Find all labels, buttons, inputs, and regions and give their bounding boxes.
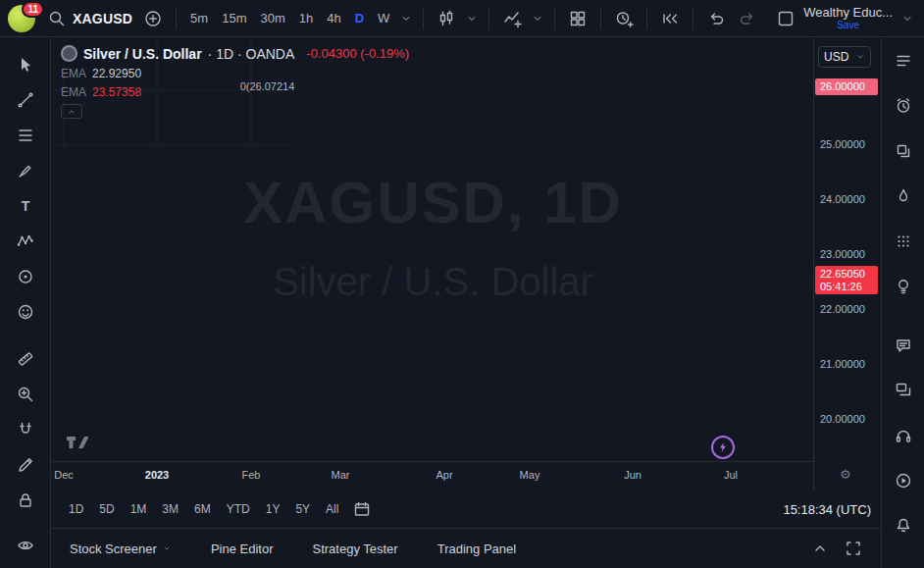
zoom-in-tool-button[interactable] [10,381,41,408]
fib-retracement-icon [16,126,35,145]
chart-style-menu-button[interactable] [463,5,481,32]
notifications-button[interactable] [891,515,916,537]
create-alert-button[interactable] [609,5,639,32]
interval-4h-button[interactable]: 4h [321,8,346,28]
bar-replay-button[interactable] [655,5,685,32]
legend-collapse-button[interactable] [61,104,82,119]
measure-tool-button[interactable] [10,345,41,373]
magnet-icon [16,420,35,439]
toolbar-divider [488,8,489,29]
range-5d-button[interactable]: 5D [92,498,121,520]
cursor-tool-button[interactable] [10,51,41,78]
tutorials-button[interactable] [891,470,916,491]
search-icon [47,9,67,28]
intervals-menu-button[interactable] [397,5,415,32]
tab-trading-panel[interactable]: Trading Panel [437,542,516,556]
bottom-panel: Stock Screener Pine Editor Strategy Test… [52,528,881,568]
tab-pine-editor[interactable]: Pine Editor [211,542,274,556]
ema-indicator-row-2[interactable]: EMA 23.57358 [61,85,409,99]
range-ytd-button[interactable]: YTD [220,498,257,520]
goto-date-button[interactable] [347,495,377,523]
hide-drawings-button[interactable] [10,532,41,559]
chevron-down-icon [531,12,544,26]
panel-expand-button[interactable] [810,539,830,558]
tab-strategy-tester[interactable]: Strategy Tester [312,542,397,556]
hotlists-button[interactable] [891,185,916,207]
alert-clock-icon [614,9,634,28]
drawing-toolbar: T [0,38,51,568]
indicators-menu-button[interactable] [529,5,546,32]
symbol-row[interactable]: Silver / U.S. Dollar · 1D · OANDA -0.043… [61,45,409,62]
ideas-stream-button[interactable] [891,380,916,401]
trend-line-icon [16,90,35,110]
forecast-tool-button[interactable] [10,263,41,290]
ideas-button[interactable] [891,276,916,297]
interval-1h-button[interactable]: 1h [293,8,319,28]
symbol-search-text: XAGUSD [73,11,132,26]
range-all-button[interactable]: All [319,498,345,520]
ema-label: EMA [61,67,86,80]
range-5y-button[interactable]: 5Y [288,498,317,520]
price-axis[interactable]: 26.00000 25.00000 24.00000 23.00000 22.0… [813,38,881,491]
drawing-mode-button[interactable] [10,451,41,479]
eye-icon [16,536,35,555]
interval-30m-button[interactable]: 30m [254,8,290,28]
price-tick: 22.00000 [820,302,865,316]
range-1d-button[interactable]: 1D [62,498,90,520]
user-menu[interactable]: 11 [8,4,41,33]
text-tool-button[interactable]: T [10,192,41,220]
object-tree-button[interactable] [891,140,916,162]
range-1m-button[interactable]: 1M [124,498,154,520]
time-tick: Jun [624,469,642,481]
settings-gear-icon[interactable]: ⚙ [840,467,851,482]
utc-clock[interactable]: 15:18:34 (UTC) [783,502,871,517]
save-layout-button[interactable]: Wealthy Educ... Save [772,5,897,32]
lock-drawings-button[interactable] [10,487,41,514]
magnet-tool-button[interactable] [10,416,41,443]
event-marker-button[interactable] [711,436,735,459]
ruler-icon [16,349,35,369]
right-sidebar [881,38,924,568]
interval-5m-button[interactable]: 5m [184,8,214,28]
undo-button[interactable] [701,5,731,32]
currency-selector[interactable]: USD [818,46,871,68]
time-axis[interactable]: Dec 2023 Feb Mar Apr May Jun Jul [52,461,813,491]
tab-stock-screener[interactable]: Stock Screener [70,542,172,556]
symbol-search-button[interactable]: XAGUSD [43,5,136,32]
time-tick: May [520,469,540,481]
current-price-badge: 22.65050 05:41:26 [815,266,878,294]
help-button[interactable] [891,425,916,446]
indicators-button[interactable] [497,5,527,32]
toolbar-divider [600,8,601,29]
range-6m-button[interactable]: 6M [187,498,218,520]
compare-add-button[interactable] [138,5,168,32]
price-tick: 23.00000 [820,247,865,261]
xabcd-pattern-icon [16,232,35,251]
dom-button[interactable] [891,231,916,252]
chart-style-button[interactable] [432,5,461,32]
chat-button[interactable] [891,335,916,356]
watermark-description: Silver / U.S. Dollar [54,260,812,304]
ema-indicator-row-1[interactable]: EMA 22.92950 [61,67,409,80]
tab-label: Pine Editor [211,542,274,556]
time-tick: Apr [436,469,452,481]
interval-15m-button[interactable]: 15m [216,8,252,28]
layout-menu-button[interactable] [898,5,916,32]
alerts-button[interactable] [891,95,916,117]
trend-line-tool-button[interactable] [10,86,41,114]
tradingview-logo[interactable] [65,432,90,456]
symbol-watermark: XAGUSD, 1D Silver / U.S. Dollar [54,169,812,304]
range-3m-button[interactable]: 3M [155,498,185,520]
panel-maximize-button[interactable] [844,539,863,558]
redo-button[interactable] [733,5,762,32]
range-1y-button[interactable]: 1Y [259,498,287,520]
layout-grid-button[interactable] [563,5,592,32]
current-price-value: 22.65050 [820,268,878,281]
interval-1d-button[interactable]: D [349,8,370,28]
fib-retracement-tool-button[interactable] [10,122,41,149]
emoji-tool-button[interactable] [10,298,41,326]
interval-1w-button[interactable]: W [372,8,395,28]
watchlist-button[interactable] [891,50,916,72]
pattern-tool-button[interactable] [10,228,41,255]
brush-tool-button[interactable] [10,157,41,184]
